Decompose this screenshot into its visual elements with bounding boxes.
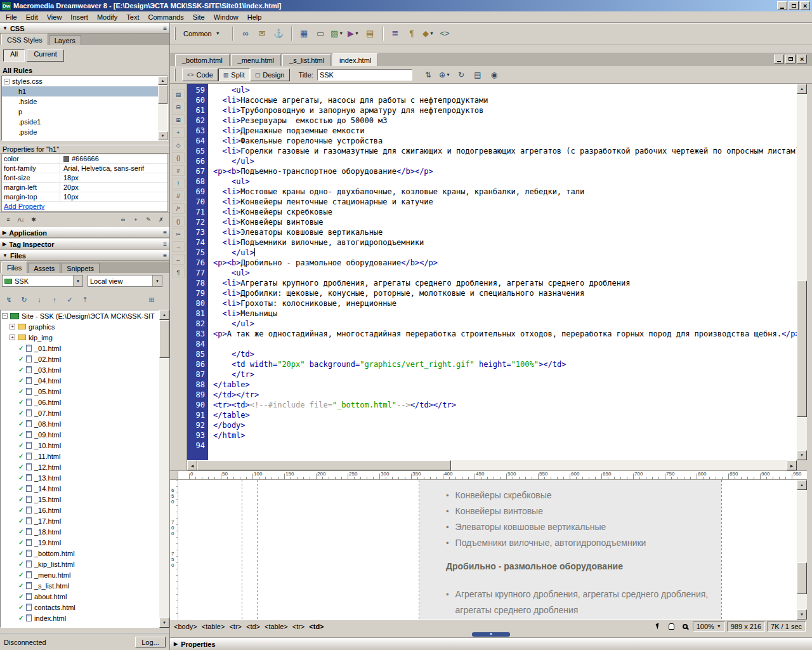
tag-chooser-icon[interactable]: <>: [438, 26, 452, 41]
code-line-71[interactable]: <li>Конвейеры скребковые: [213, 207, 797, 217]
code-line-91[interactable]: </table>: [213, 410, 797, 420]
scroll-up-icon[interactable]: ▲: [797, 480, 807, 490]
file-_bottom.html[interactable]: ✓_bottom.html: [1, 548, 159, 559]
comment-icon[interactable]: ¶: [405, 26, 419, 41]
code-line-92[interactable]: </body>: [213, 420, 797, 430]
remove-comment-icon[interactable]: /*: [172, 203, 185, 214]
refresh-icon[interactable]: ↻: [18, 293, 30, 306]
css-rule-pside1[interactable]: .pside1: [2, 117, 167, 127]
file-_06.html[interactable]: ✓_06.html: [1, 397, 159, 408]
media-icon[interactable]: ▶▼: [346, 26, 361, 41]
tab-css-styles[interactable]: CSS Styles: [1, 34, 48, 45]
design-list-item[interactable]: •Агрегаты крупного дробления, агрегаты с…: [446, 587, 719, 618]
view-select[interactable]: Local view ▼: [88, 275, 162, 287]
file-_01.html[interactable]: ✓_01.html: [1, 343, 159, 354]
code-line-83[interactable]: <p>А так же одностадийная, многостадийна…: [213, 329, 797, 339]
css-property-value[interactable]: 20px: [60, 183, 167, 192]
expand-expander-icon[interactable]: +: [10, 324, 15, 329]
code-line-94[interactable]: [213, 441, 797, 451]
view-options-icon[interactable]: ▤: [471, 69, 485, 81]
design-list-item[interactable]: •Конвейеры винтовые: [446, 503, 646, 519]
file-_18.html[interactable]: ✓_18.html: [1, 526, 159, 537]
scroll-down-icon[interactable]: ▼: [159, 618, 169, 628]
tag-inspector-panel-header[interactable]: ▶ Tag Inspector ≡: [0, 239, 169, 249]
tag-selector-item[interactable]: <tr>: [229, 623, 242, 630]
document-tab-_menu.html[interactable]: _menu.html: [231, 54, 281, 66]
folder-kip_img[interactable]: +kip_img: [1, 332, 159, 343]
css-property-value[interactable]: Arial, Helvetica, sans-serif: [60, 164, 167, 173]
show-set-properties-icon[interactable]: ✱: [28, 215, 39, 225]
file-_09.html[interactable]: ✓_09.html: [1, 429, 159, 440]
scroll-down-icon[interactable]: ▼: [158, 131, 167, 140]
scroll-right-icon[interactable]: ▶: [787, 460, 797, 470]
highlight-invalid-icon[interactable]: !: [172, 178, 185, 189]
panel-options-icon[interactable]: ≡: [163, 25, 167, 32]
file-_17.html[interactable]: ✓_17.html: [1, 515, 159, 526]
file-about.html[interactable]: ✓about.html: [1, 591, 159, 602]
file-_menu.html[interactable]: ✓_menu.html: [1, 569, 159, 580]
images-icon[interactable]: ▨▼: [330, 26, 344, 41]
file-_kip_list.html[interactable]: ✓_kip_list.html: [1, 559, 159, 569]
file-_02.html[interactable]: ✓_02.html: [1, 354, 159, 364]
code-line-75[interactable]: </ul>: [213, 248, 797, 258]
menu-modify[interactable]: Modify: [93, 12, 122, 22]
view-button-code[interactable]: <>Code: [182, 69, 218, 81]
scroll-thumb[interactable]: [158, 85, 167, 104]
minimize-button[interactable]: [777, 1, 787, 10]
design-list-item[interactable]: •Элеваторы ковшовые вертикальные: [446, 519, 646, 535]
collapse-expander-icon[interactable]: −: [4, 79, 10, 84]
file-_03.html[interactable]: ✓_03.html: [1, 364, 159, 375]
show-list-view-icon[interactable]: A↓: [15, 215, 27, 225]
tag-selector-item[interactable]: <tr>: [292, 623, 305, 630]
zoom-level-select[interactable]: 100% ▼: [693, 621, 725, 632]
code-line-85[interactable]: </td>: [213, 349, 797, 359]
code-line-68[interactable]: <ul>: [213, 176, 797, 187]
hyperlink-icon[interactable]: ∞: [239, 26, 253, 41]
doc-restore-button[interactable]: [785, 55, 796, 63]
expand-icon[interactable]: ⊞: [145, 293, 158, 306]
scroll-up-icon[interactable]: ▲: [159, 310, 169, 320]
file-_05.html[interactable]: ✓_05.html: [1, 386, 159, 397]
document-tab-index.html[interactable]: index.html: [332, 53, 378, 66]
code-line-74[interactable]: <li>Подъемники вилочные, автогидроподъем…: [213, 237, 797, 248]
stylesheet-node[interactable]: −styles.css: [2, 76, 167, 86]
properties-panel-header[interactable]: ▶ Properties: [170, 637, 812, 650]
code-vertical-scrollbar[interactable]: ▲ ▼: [797, 84, 807, 470]
toolbar-grip[interactable]: [174, 27, 176, 40]
show-category-view-icon[interactable]: ≡: [3, 215, 14, 225]
balance-braces-icon[interactable]: {}: [172, 152, 185, 163]
css-rule-pside[interactable]: .pside: [2, 127, 167, 137]
code-line-93[interactable]: </html>: [213, 430, 797, 441]
file-contacts.html[interactable]: ✓contacts.html: [1, 602, 159, 613]
file-_04.html[interactable]: ✓_04.html: [1, 375, 159, 386]
attach-stylesheet-icon[interactable]: ∞: [117, 215, 129, 225]
code-line-67[interactable]: <p><b>Подъемно-транспортное оборудование…: [213, 166, 797, 176]
file-_10.html[interactable]: ✓_10.html: [1, 440, 159, 451]
tag-selector-item[interactable]: <td>: [309, 623, 324, 630]
panel-options-icon[interactable]: ≡: [163, 229, 167, 236]
connect-icon[interactable]: ↯: [3, 293, 15, 306]
scroll-thumb[interactable]: [197, 460, 451, 470]
folder-graphics[interactable]: +graphics: [1, 321, 159, 332]
outdent-icon[interactable]: ←: [172, 254, 185, 265]
delete-css-rule-icon[interactable]: ✗: [155, 215, 167, 225]
code-line-72[interactable]: <li>Конвейеры винтовые: [213, 217, 797, 227]
tab-snippets[interactable]: Snippets: [61, 263, 100, 273]
menu-view[interactable]: View: [43, 12, 67, 22]
design-vertical-scrollbar[interactable]: ▲ ▼: [797, 480, 807, 620]
zoom-tool-icon[interactable]: [679, 621, 691, 632]
file-tree-scrollbar[interactable]: ▲ ▼: [159, 310, 169, 628]
insert-category-dropdown[interactable]: Common ▼: [181, 29, 223, 39]
css-property-value[interactable]: 18px: [60, 173, 167, 182]
close-button[interactable]: ×: [800, 1, 810, 10]
view-button-split[interactable]: ▥Split: [218, 69, 250, 81]
css-property-value[interactable]: #666666: [60, 154, 167, 163]
scroll-left-icon[interactable]: ◀: [187, 460, 197, 470]
code-line-79[interactable]: <li>Дробилки: щековые, конусные, роторны…: [213, 288, 797, 298]
file-_14.html[interactable]: ✓_14.html: [1, 483, 159, 494]
refresh-icon[interactable]: ↻: [454, 69, 468, 81]
menu-commands[interactable]: Commands: [143, 12, 188, 22]
code-line-84[interactable]: [213, 339, 797, 349]
files-panel-header[interactable]: ▼ Files ≡: [0, 250, 169, 261]
checkout-icon[interactable]: ✓: [63, 293, 76, 306]
